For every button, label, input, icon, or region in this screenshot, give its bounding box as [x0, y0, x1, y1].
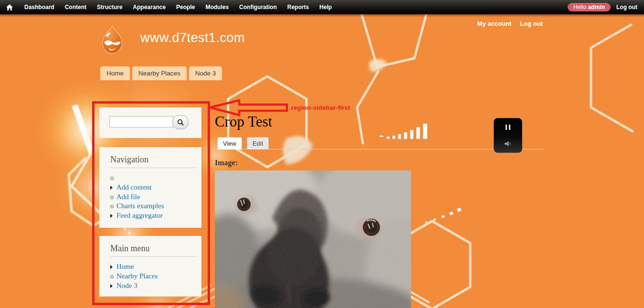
collapsed-triangle-icon — [110, 263, 116, 271]
home-link[interactable]: Home — [116, 263, 134, 271]
tab-home[interactable]: Home — [100, 66, 130, 80]
tab-node-3[interactable]: Node 3 — [189, 66, 222, 80]
toolbar-item-configuration[interactable]: Configuration — [234, 0, 282, 14]
annotation-arrow-icon — [208, 99, 290, 117]
image-field-label: Image: — [215, 159, 238, 167]
menu-item-nearby-places: Nearby Places — [110, 272, 201, 281]
toolbar-item-help[interactable]: Help — [314, 0, 337, 14]
ring-bullet-icon — [110, 174, 116, 182]
node-tabs: View Edit — [217, 137, 269, 149]
collapsed-triangle-icon — [110, 212, 116, 220]
ring-bullet-icon — [110, 193, 116, 201]
menu-item-add-file: Add file — [110, 192, 201, 202]
main-menu-list: Home Nearby Places Node 3 — [99, 262, 201, 290]
tab-view[interactable]: View — [217, 137, 242, 149]
tab-nearby-places[interactable]: Nearby Places — [132, 66, 187, 80]
pause-icon[interactable] — [494, 125, 522, 130]
nearby-places-link[interactable]: Nearby Places — [116, 272, 158, 280]
feed-aggregator-link[interactable]: Feed aggregator — [116, 212, 163, 220]
my-account-link[interactable]: My account — [477, 20, 512, 27]
main-menu-block-title: Main menu — [110, 244, 197, 254]
annotation-label: .region-sidebar-first — [289, 104, 350, 111]
site-branding: www.d7test1.com — [98, 24, 245, 57]
menu-item-empty — [110, 173, 201, 183]
add-file-link[interactable]: Add file — [116, 193, 140, 201]
admin-toolbar: Dashboard Content Structure Appearance P… — [0, 0, 644, 14]
menu-item-feed-aggregator: Feed aggregator — [110, 211, 201, 221]
toolbar-item-content[interactable]: Content — [60, 0, 92, 14]
search-button[interactable] — [172, 115, 189, 129]
greeting-text: Hello — [573, 4, 586, 11]
search-block — [99, 107, 201, 138]
toolbar-item-people[interactable]: People — [171, 0, 200, 14]
navigation-block: Navigation Add content Add file Charts e… — [99, 147, 201, 228]
collapsed-triangle-icon — [110, 282, 116, 290]
menu-item-charts-examples: Charts examples — [110, 202, 201, 211]
collapsed-triangle-icon — [110, 183, 116, 191]
divider — [110, 256, 197, 257]
hello-admin-badge[interactable]: Hello admin — [568, 3, 611, 11]
toolbar-item-structure[interactable]: Structure — [92, 0, 127, 14]
toolbar-item-dashboard[interactable]: Dashboard — [19, 0, 60, 14]
media-player-overlay — [494, 118, 522, 153]
toolbar-logout-link[interactable]: Log out — [616, 4, 637, 11]
menu-item-node-3: Node 3 — [110, 281, 201, 290]
ring-bullet-icon — [110, 272, 116, 280]
node-3-link[interactable]: Node 3 — [116, 282, 137, 290]
volume-icon[interactable] — [494, 140, 522, 147]
navigation-block-title: Navigation — [110, 155, 197, 165]
search-input[interactable] — [109, 116, 173, 127]
navigation-menu: Add content Add file Charts examples Fee… — [99, 173, 201, 220]
koala-photo — [215, 170, 411, 308]
secondary-menu: My account Log out — [477, 20, 543, 27]
toolbar-item-modules[interactable]: Modules — [200, 0, 234, 14]
toolbar-item-reports[interactable]: Reports — [282, 0, 314, 14]
username-text: admin — [588, 4, 605, 11]
main-menu-block: Main menu Home Nearby Places Node 3 — [99, 236, 201, 297]
tab-edit[interactable]: Edit — [247, 137, 269, 149]
main-menu-tabs: Home Nearby Places Node 3 — [100, 66, 222, 80]
home-icon[interactable] — [0, 4, 19, 11]
divider — [110, 168, 197, 168]
ring-bullet-icon — [110, 202, 116, 210]
drupal-logo-icon[interactable] — [98, 24, 126, 57]
menu-item-home: Home — [110, 262, 201, 272]
charts-examples-link[interactable]: Charts examples — [116, 202, 164, 210]
search-icon — [177, 119, 184, 126]
site-name[interactable]: www.d7test1.com — [140, 31, 245, 45]
add-content-link[interactable]: Add content — [116, 183, 152, 191]
menu-item-add-content: Add content — [110, 183, 201, 192]
toolbar-item-appearance[interactable]: Appearance — [127, 0, 171, 14]
logout-link[interactable]: Log out — [520, 20, 543, 27]
